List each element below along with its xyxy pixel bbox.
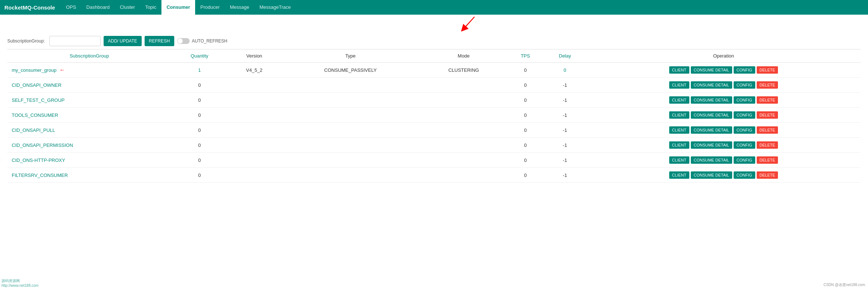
client-button[interactable]: CLIENT (669, 171, 689, 179)
cell-tps: 0 (507, 168, 544, 183)
cell-operation: CLIENTCONSUME DETAILCONFIGDELETE (586, 63, 861, 78)
consume-detail-button[interactable]: CONSUME DETAIL (691, 66, 732, 74)
header-subscription-group: SubscriptionGroup (7, 49, 171, 63)
cell-mode (420, 153, 507, 168)
auto-refresh-toggle[interactable] (177, 38, 190, 44)
navbar: RocketMQ-Console OPS Dashboard Cluster T… (0, 0, 868, 15)
toggle-knob (178, 38, 183, 44)
consume-detail-button[interactable]: CONSUME DETAIL (691, 111, 732, 119)
config-button[interactable]: CONFIG (734, 111, 755, 119)
cell-tps: 0 (507, 78, 544, 93)
header-version: Version (228, 49, 281, 63)
table-body: my_consumer_group ←1V4_5_2CONSUME_PASSIV… (7, 63, 861, 183)
client-button[interactable]: CLIENT (669, 81, 689, 89)
svg-line-1 (463, 17, 474, 29)
client-button[interactable]: CLIENT (669, 141, 689, 149)
cell-subscription-group: FILTERSRV_CONSUMER (7, 168, 171, 183)
cell-version: V4_5_2 (228, 63, 281, 78)
cell-operation: CLIENTCONSUME DETAILCONFIGDELETE (586, 78, 861, 93)
config-button[interactable]: CONFIG (734, 66, 755, 74)
operation-buttons: CLIENTCONSUME DETAILCONFIGDELETE (589, 171, 858, 179)
config-button[interactable]: CONFIG (734, 141, 755, 149)
consume-detail-button[interactable]: CONSUME DETAIL (691, 96, 732, 104)
table-header-row: SubscriptionGroup Quantity Version Type … (7, 49, 861, 63)
add-update-button[interactable]: ADD/ UPDATE (104, 36, 142, 46)
cell-version (228, 168, 281, 183)
table-row: CID_ONSAPI_PULL00-1CLIENTCONSUME DETAILC… (7, 123, 861, 138)
cell-tps: 0 (507, 63, 544, 78)
header-tps: TPS (507, 49, 544, 63)
nav-topic[interactable]: Topic (140, 0, 161, 15)
cell-mode: CLUSTERING (420, 63, 507, 78)
nav-consumer[interactable]: Consumer (161, 0, 195, 15)
consume-detail-button[interactable]: CONSUME DETAIL (691, 81, 732, 89)
config-button[interactable]: CONFIG (734, 156, 755, 164)
cell-quantity: 0 (171, 153, 228, 168)
cell-delay: -1 (543, 93, 586, 108)
delete-button[interactable]: DELETE (757, 111, 778, 119)
header-operation: Operation (586, 49, 861, 63)
table-row: CID_ONS-HTTP-PROXY00-1CLIENTCONSUME DETA… (7, 153, 861, 168)
nav-message[interactable]: Message (225, 0, 254, 15)
delete-button[interactable]: DELETE (757, 141, 778, 149)
nav-ops[interactable]: OPS (61, 0, 81, 15)
header-delay: Delay (543, 49, 586, 63)
cell-subscription-group: TOOLS_CONSUMER (7, 108, 171, 123)
cell-quantity: 0 (171, 168, 228, 183)
cell-type (281, 168, 420, 183)
delete-button[interactable]: DELETE (757, 156, 778, 164)
cell-type (281, 78, 420, 93)
nav-producer[interactable]: Producer (195, 0, 225, 15)
cell-subscription-group: my_consumer_group ← (7, 63, 171, 78)
cell-version (228, 138, 281, 153)
cell-tps: 0 (507, 138, 544, 153)
table-row: my_consumer_group ←1V4_5_2CONSUME_PASSIV… (7, 63, 861, 78)
table-row: SELF_TEST_C_GROUP00-1CLIENTCONSUME DETAI… (7, 93, 861, 108)
cell-subscription-group: CID_ONSAPI_PULL (7, 123, 171, 138)
red-arrow-icon (456, 15, 478, 32)
brand: RocketMQ-Console (4, 4, 55, 11)
auto-refresh-label: AUTO_REFRESH (192, 38, 227, 44)
client-button[interactable]: CLIENT (669, 111, 689, 119)
cell-delay: -1 (543, 168, 586, 183)
config-button[interactable]: CONFIG (734, 96, 755, 104)
client-button[interactable]: CLIENT (669, 96, 689, 104)
cell-operation: CLIENTCONSUME DETAILCONFIGDELETE (586, 153, 861, 168)
delete-button[interactable]: DELETE (757, 66, 778, 74)
header-mode: Mode (420, 49, 507, 63)
operation-buttons: CLIENTCONSUME DETAILCONFIGDELETE (589, 96, 858, 104)
delete-button[interactable]: DELETE (757, 81, 778, 89)
cell-mode (420, 123, 507, 138)
delete-button[interactable]: DELETE (757, 96, 778, 104)
header-type: Type (281, 49, 420, 63)
consume-detail-button[interactable]: CONSUME DETAIL (691, 156, 732, 164)
config-button[interactable]: CONFIG (734, 171, 755, 179)
header-quantity: Quantity (171, 49, 228, 63)
subscription-group-input[interactable] (49, 36, 101, 46)
delete-button[interactable]: DELETE (757, 126, 778, 134)
cell-version (228, 78, 281, 93)
row-arrow-icon: ← (59, 67, 65, 73)
nav-dashboard[interactable]: Dashboard (81, 0, 115, 15)
nav-cluster[interactable]: Cluster (115, 0, 140, 15)
cell-mode (420, 138, 507, 153)
table-row: FILTERSRV_CONSUMER00-1CLIENTCONSUME DETA… (7, 168, 861, 183)
client-button[interactable]: CLIENT (669, 66, 689, 74)
operation-buttons: CLIENTCONSUME DETAILCONFIGDELETE (589, 141, 858, 149)
client-button[interactable]: CLIENT (669, 126, 689, 134)
client-button[interactable]: CLIENT (669, 156, 689, 164)
consumer-table-container: SubscriptionGroup Quantity Version Type … (0, 49, 868, 183)
consume-detail-button[interactable]: CONSUME DETAIL (691, 126, 732, 134)
cell-subscription-group: SELF_TEST_C_GROUP (7, 93, 171, 108)
config-button[interactable]: CONFIG (734, 81, 755, 89)
delete-button[interactable]: DELETE (757, 171, 778, 179)
table-row: CID_ONSAPI_PERMISSION00-1CLIENTCONSUME D… (7, 138, 861, 153)
refresh-button[interactable]: REFRESH (145, 36, 174, 46)
consume-detail-button[interactable]: CONSUME DETAIL (691, 141, 732, 149)
cell-quantity: 0 (171, 78, 228, 93)
cell-tps: 0 (507, 153, 544, 168)
cell-operation: CLIENTCONSUME DETAILCONFIGDELETE (586, 93, 861, 108)
consume-detail-button[interactable]: CONSUME DETAIL (691, 171, 732, 179)
config-button[interactable]: CONFIG (734, 126, 755, 134)
nav-messagetrace[interactable]: MessageTrace (254, 0, 296, 15)
